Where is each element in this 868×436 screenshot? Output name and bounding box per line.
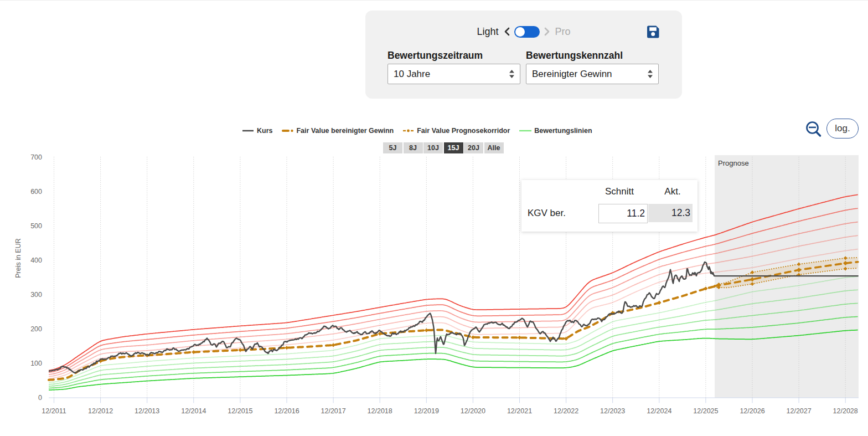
svg-text:12/2024: 12/2024 [647,407,671,415]
svg-text:12/2018: 12/2018 [368,407,392,415]
svg-text:12/2015: 12/2015 [228,407,252,415]
svg-text:12/2013: 12/2013 [135,407,159,415]
svg-text:12/2016: 12/2016 [274,407,299,415]
svg-text:12/2025: 12/2025 [693,407,718,415]
svg-text:12/2019: 12/2019 [414,407,439,415]
svg-text:12/2028: 12/2028 [833,407,858,415]
svg-text:300: 300 [30,291,42,299]
svg-text:100: 100 [30,360,42,367]
svg-text:12/2020: 12/2020 [461,407,485,415]
svg-text:Prognose: Prognose [718,159,749,167]
svg-text:12/2017: 12/2017 [321,407,346,415]
svg-text:500: 500 [30,222,42,230]
svg-text:12/2026: 12/2026 [740,407,764,415]
svg-text:12/2014: 12/2014 [181,407,206,415]
svg-text:400: 400 [30,257,42,264]
svg-text:200: 200 [30,325,42,333]
svg-text:12/2021: 12/2021 [507,407,532,415]
svg-text:12/2023: 12/2023 [600,407,625,415]
svg-text:0: 0 [38,394,42,402]
svg-text:Preis in EUR: Preis in EUR [14,238,22,278]
svg-text:700: 700 [30,153,42,161]
svg-text:600: 600 [30,188,42,196]
svg-text:12/2012: 12/2012 [88,407,113,415]
svg-text:12/2027: 12/2027 [787,407,812,415]
svg-text:12/2011: 12/2011 [42,407,66,415]
svg-text:12/2022: 12/2022 [554,407,578,415]
